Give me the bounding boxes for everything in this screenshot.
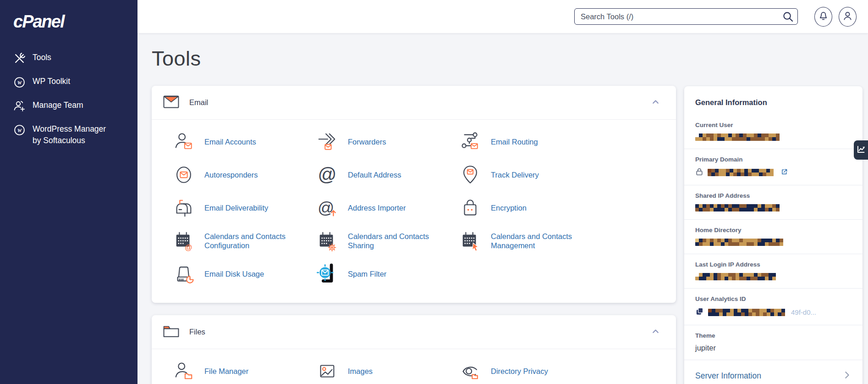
- analytics-chart-icon: [856, 145, 866, 156]
- svg-text:@: @: [185, 243, 192, 251]
- sidebar-item-wordpress-manager-by-softaculous[interactable]: WWordPress Manager by Softaculous: [0, 118, 137, 152]
- tool-link-track-delivery[interactable]: Track Delivery: [460, 164, 667, 185]
- tool-link-file-manager[interactable]: File Manager: [173, 361, 317, 382]
- track-delivery-icon: [460, 164, 481, 185]
- images-icon: [317, 361, 338, 382]
- chevron-up-icon: [651, 331, 660, 338]
- default-address-icon: @: [317, 164, 338, 185]
- tool-link-calendars-and-contacts-sharing[interactable]: Calendars and Contacts Sharing: [317, 230, 460, 251]
- tool-link-email-accounts[interactable]: Email Accounts: [173, 131, 317, 152]
- redacted-value: [708, 309, 787, 316]
- tools-icon: [13, 52, 26, 65]
- tool-link-spam-filter[interactable]: Spam Filter: [317, 263, 460, 284]
- info-field-label: Primary Domain: [695, 156, 852, 163]
- sidebar-nav: ToolsWWP ToolkitManage TeamWWordPress Ma…: [0, 46, 137, 152]
- redacted-value: [695, 204, 780, 211]
- address-importer-icon: @: [317, 197, 338, 218]
- user-menu-button[interactable]: [839, 7, 857, 27]
- redacted-value: [695, 273, 779, 280]
- server-information-link[interactable]: Server Information: [684, 360, 863, 384]
- analytics-id-visible-suffix: 49f-d0...: [791, 308, 816, 316]
- info-field-value: [695, 204, 852, 212]
- tool-link-directory-privacy[interactable]: Directory Privacy: [460, 361, 667, 382]
- collapse-files-button[interactable]: [649, 325, 662, 339]
- info-field-label: User Analytics ID: [695, 295, 852, 302]
- spam-filter-icon: [317, 263, 338, 284]
- section-header-files: Files: [152, 315, 676, 349]
- chevron-right-icon: [842, 370, 852, 381]
- files-tools-grid: File ManagerImagesDirectory Privacy: [152, 349, 676, 384]
- user-icon: [842, 11, 853, 22]
- chevron-up-icon: [651, 101, 660, 108]
- tool-link-default-address[interactable]: @Default Address: [317, 164, 460, 185]
- tool-link-encryption[interactable]: Encryption: [460, 197, 667, 218]
- bell-icon: [818, 11, 829, 22]
- info-field-home-directory: Home Directory: [684, 219, 863, 254]
- tool-link-images[interactable]: Images: [317, 361, 460, 382]
- svg-text:@: @: [318, 199, 334, 217]
- collapse-email-button[interactable]: [649, 95, 662, 110]
- tool-label: Calendars and Contacts Management: [491, 232, 593, 250]
- info-field-shared-ip-address: Shared IP Address: [684, 185, 863, 219]
- search-icon[interactable]: [782, 11, 794, 24]
- sidebar-item-wp-toolkit[interactable]: WWP Toolkit: [0, 70, 137, 94]
- tool-link-email-routing[interactable]: Email Routing: [460, 131, 667, 152]
- tool-label: Email Deliverability: [204, 203, 268, 212]
- page-title: Tools: [152, 47, 676, 71]
- external-link-icon[interactable]: [780, 168, 788, 178]
- search-input[interactable]: [574, 8, 798, 25]
- notifications-button[interactable]: [814, 7, 832, 27]
- tool-link-calendars-and-contacts-configuration[interactable]: @Calendars and Contacts Configuration: [173, 230, 317, 251]
- redacted-value: [695, 239, 785, 246]
- info-field-value: [695, 238, 852, 246]
- info-field-current-user: Current User: [684, 115, 863, 149]
- tool-label: Email Routing: [491, 137, 538, 146]
- autoresponders-icon: [173, 164, 194, 185]
- tool-link-address-importer[interactable]: @Address Importer: [317, 197, 460, 218]
- info-field-value: [695, 133, 852, 141]
- tool-label: Email Disk Usage: [204, 269, 264, 278]
- tool-link-forwarders[interactable]: Forwarders: [317, 131, 460, 152]
- wordpress-icon: W: [13, 124, 26, 136]
- info-field-value: jupiter: [695, 344, 852, 352]
- sidebar-item-manage-team[interactable]: Manage Team: [0, 94, 137, 118]
- files-section-icon: [163, 323, 180, 341]
- general-info-panel: General Information Current UserPrimary …: [684, 86, 863, 384]
- tool-link-email-deliverability[interactable]: Email Deliverability: [173, 197, 317, 218]
- tool-label: Spam Filter: [348, 269, 386, 278]
- sidebar: cPanel ToolsWWP ToolkitManage TeamWWordP…: [0, 0, 137, 384]
- calendars-configuration-icon: @: [173, 230, 194, 251]
- cpanel-logo[interactable]: cPanel: [0, 0, 137, 32]
- theme-value: jupiter: [695, 344, 716, 352]
- svg-text:W: W: [17, 128, 22, 133]
- calendars-sharing-icon: [317, 230, 338, 251]
- info-field-last-login-ip-address: Last Login IP Address: [684, 254, 863, 288]
- info-field-label: Home Directory: [695, 227, 852, 234]
- manage-team-icon: [13, 100, 26, 112]
- tool-link-autoresponders[interactable]: Autoresponders: [173, 164, 317, 185]
- section-card-files: FilesFile ManagerImagesDirectory Privacy: [152, 315, 676, 384]
- lock-icon: [695, 167, 703, 178]
- wordpress-icon: W: [13, 76, 26, 89]
- tool-label: Default Address: [348, 170, 401, 179]
- svg-text:@: @: [318, 164, 337, 185]
- email-accounts-icon: [173, 131, 194, 152]
- sidebar-item-tools[interactable]: Tools: [0, 46, 137, 70]
- sidebar-item-label: Manage Team: [33, 100, 83, 111]
- search-box: [574, 8, 798, 25]
- email-section-icon: [163, 94, 180, 111]
- tools-main: Tools EmailEmail AccountsForwardersEmail…: [137, 33, 676, 384]
- analytics-tab[interactable]: [854, 140, 868, 160]
- tool-link-email-disk-usage[interactable]: Email Disk Usage: [173, 263, 317, 284]
- email-routing-icon: [460, 131, 481, 152]
- tool-link-calendars-and-contacts-management[interactable]: Calendars and Contacts Management: [460, 230, 667, 251]
- calendars-management-icon: [460, 230, 481, 251]
- file-manager-icon: [173, 361, 194, 382]
- general-info-title: General Information: [684, 86, 863, 115]
- tool-label: Email Accounts: [204, 137, 256, 146]
- directory-privacy-icon: [460, 361, 481, 382]
- copy-icon[interactable]: [695, 307, 704, 317]
- email-disk-usage-icon: [173, 263, 194, 284]
- info-field-value: [695, 167, 852, 178]
- info-field-value: 49f-d0...: [695, 307, 852, 317]
